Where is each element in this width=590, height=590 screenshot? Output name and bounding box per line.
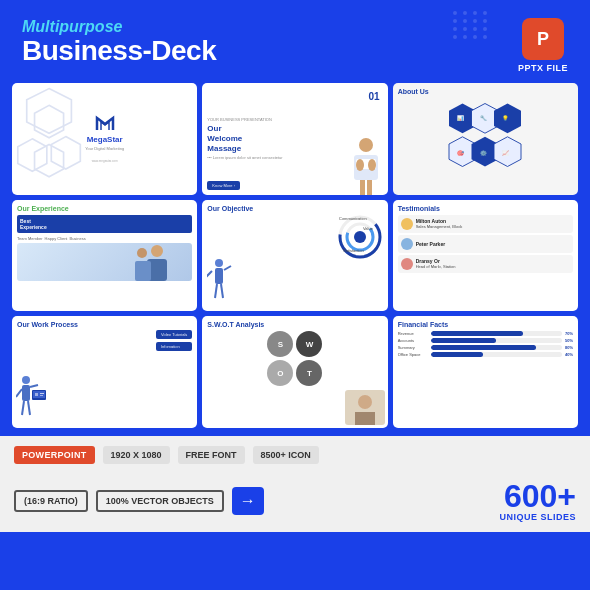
bar-4: Office Space 40% — [398, 352, 573, 357]
hex-background — [12, 83, 86, 195]
svg-marker-16 — [27, 89, 72, 134]
megastar-icon — [93, 114, 117, 135]
slide8-title: S.W.O.T Analysis — [207, 321, 382, 328]
svg-line-49 — [221, 284, 223, 298]
slide4-stats: Team MemberHappy ClientBusiness — [17, 236, 192, 241]
slide3-title: About Us — [398, 88, 573, 95]
svg-point-26 — [356, 159, 364, 171]
svg-rect-65 — [33, 391, 45, 398]
header: Multipurpose Business-Deck P PPTX FILE — [0, 0, 590, 83]
svg-point-70 — [358, 395, 372, 409]
svg-text:Satisfaction: Satisfaction — [343, 248, 364, 253]
svg-line-62 — [22, 401, 24, 415]
font-tag: FREE FONT — [178, 446, 245, 464]
bar-2: Accounts 50% — [398, 338, 573, 343]
svg-point-14 — [473, 35, 477, 39]
vector-tag: 100% VECTOR OBJECTS — [96, 490, 224, 512]
swot-s: S — [267, 331, 293, 357]
svg-line-61 — [30, 385, 38, 387]
slide2-button: Know More › — [207, 181, 240, 190]
slide-thumb-8[interactable]: S.W.O.T Analysis S W O T — [202, 316, 387, 428]
testimonial-name-2: Peter Parker — [416, 241, 445, 247]
slides-label: UNIQUE SLIDES — [499, 512, 576, 522]
svg-point-5 — [463, 19, 467, 23]
slide-thumb-7[interactable]: Our Work Process — [12, 316, 197, 428]
slide-thumb-3[interactable]: About Us 📊 🔧 💡 🎯 ⚙️ 📈 — [393, 83, 578, 195]
bar-3: Summary 80% — [398, 345, 573, 350]
svg-point-9 — [463, 27, 467, 31]
slide8-swot: S W — [207, 331, 382, 357]
testimonial-role-3: Head of Marlo, Station — [416, 264, 456, 269]
swot-o: O — [267, 360, 293, 386]
svg-line-47 — [224, 266, 231, 270]
slide6-title: Testimonials — [398, 205, 573, 212]
arrow-button[interactable]: → — [232, 487, 264, 515]
slide5-archer — [207, 258, 232, 309]
pptx-icon: P — [522, 18, 564, 60]
slides-grid: MegaStar Your Digital Marketing www.mega… — [0, 83, 590, 428]
slides-number: 600+ — [504, 480, 576, 512]
svg-point-11 — [483, 27, 487, 31]
slide3-hexgrid: 📊 🔧 💡 🎯 ⚙️ 📈 — [398, 99, 573, 171]
slide-thumb-1[interactable]: MegaStar Your Digital Marketing www.mega… — [12, 83, 197, 195]
slide-thumb-2[interactable]: YOUR BUSINESS PRESENTATION OurWelcomeMas… — [202, 83, 387, 195]
svg-point-54 — [354, 231, 366, 243]
svg-rect-45 — [215, 268, 223, 284]
swot-t: T — [296, 360, 322, 386]
svg-point-12 — [453, 35, 457, 39]
svg-point-10 — [473, 27, 477, 31]
megastar-tagline: Your Digital Marketing — [85, 146, 124, 151]
icons-tag: 8500+ ICON — [253, 446, 319, 464]
powerpoint-badge[interactable]: POWERPOINT — [14, 446, 95, 464]
dot-pattern-decoration — [450, 8, 510, 52]
megastar-website: www.megastar.com — [92, 159, 118, 163]
svg-line-46 — [207, 271, 212, 278]
svg-rect-71 — [355, 412, 375, 425]
slide-thumb-4[interactable]: Our Experience Best Experience Team Memb… — [12, 200, 197, 312]
step2: Infomation — [156, 342, 192, 351]
svg-text:💡: 💡 — [503, 115, 510, 122]
svg-line-63 — [28, 401, 30, 415]
svg-text:🔧: 🔧 — [480, 115, 487, 122]
swot-image — [345, 390, 385, 425]
slide6-card-3: Dransy Or Head of Marlo, Station — [398, 255, 573, 273]
svg-point-27 — [368, 159, 376, 171]
info-bar: POWERPOINT 1920 X 1080 FREE FONT 8500+ I… — [0, 436, 590, 532]
slide-thumb-6[interactable]: Testimonials Milton Auton Sales Manageme… — [393, 200, 578, 312]
swot-w: W — [296, 331, 322, 357]
svg-rect-66 — [35, 393, 38, 396]
svg-text:🎯: 🎯 — [458, 150, 465, 157]
resolution-tag: 1920 X 1080 — [103, 446, 170, 464]
slide7-title: Our Work Process — [17, 321, 192, 328]
slide4-best-exp: Best Experience — [17, 215, 192, 233]
main-title: Business-Deck — [22, 36, 216, 67]
title-block: Multipurpose Business-Deck — [22, 18, 216, 67]
svg-point-15 — [483, 35, 487, 39]
megastar-name: MegaStar — [87, 135, 123, 144]
svg-point-4 — [453, 19, 457, 23]
slide2-person — [346, 137, 386, 195]
slide5-title: Our Objective — [207, 205, 382, 212]
svg-point-7 — [483, 19, 487, 23]
slide9-bars: Revenue 70% Accounts 50% Summary 80% Off… — [398, 331, 573, 357]
slide5-chart: Communication Value Satisfaction — [335, 212, 385, 263]
svg-point-13 — [463, 35, 467, 39]
svg-rect-25 — [367, 180, 372, 195]
svg-point-0 — [453, 11, 457, 15]
svg-rect-68 — [40, 395, 43, 396]
svg-rect-24 — [360, 180, 365, 195]
svg-text:⚙️: ⚙️ — [480, 150, 487, 157]
subtitle: Multipurpose — [22, 18, 216, 36]
slide6-card-2: Peter Parker — [398, 235, 573, 253]
svg-line-60 — [16, 389, 22, 397]
slide7-figure — [16, 375, 46, 428]
svg-point-1 — [463, 11, 467, 15]
slide2-tagline: YOUR BUSINESS PRESENTATION — [207, 117, 382, 122]
svg-point-21 — [359, 138, 373, 152]
svg-point-2 — [473, 11, 477, 15]
slide-thumb-5[interactable]: Our Objective — [202, 200, 387, 312]
pptx-file-label: PPTX FILE — [518, 63, 568, 73]
bar-1: Revenue 70% — [398, 331, 573, 336]
slide4-image — [17, 243, 192, 281]
slide-thumb-9[interactable]: Financial Facts Revenue 70% Accounts 50%… — [393, 316, 578, 428]
